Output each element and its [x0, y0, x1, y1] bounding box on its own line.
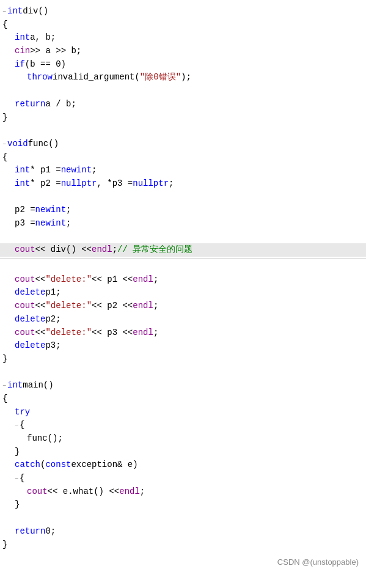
code-token: if [15, 58, 25, 72]
code-line: −{ [0, 419, 366, 432]
code-token: "delete:" [45, 326, 92, 340]
code-token: 0; [45, 525, 56, 538]
code-token: ; [140, 485, 145, 499]
code-token: ; [169, 177, 174, 191]
code-token: << e.what() << [48, 485, 120, 499]
code-token: p2; [45, 313, 60, 326]
code-token: try [15, 406, 30, 419]
code-token: * p1 = [30, 164, 60, 177]
code-token: cout [15, 326, 35, 340]
code-token: "除0错误" [140, 71, 181, 84]
code-token: delete [15, 313, 45, 326]
code-token: endl [133, 300, 153, 313]
code-token: int [76, 164, 92, 177]
code-line: } [0, 353, 366, 366]
code-line: −int div() [0, 5, 366, 18]
code-line: if (b == 0) [0, 58, 366, 72]
code-token: { [20, 472, 24, 485]
code-line: { [0, 392, 366, 406]
code-line: { [0, 18, 366, 32]
fold-indicator[interactable]: − [2, 381, 6, 391]
code-token: main() [23, 379, 53, 392]
code-token: << p2 << [92, 300, 133, 313]
code-token: } [15, 498, 20, 512]
code-token: ; [112, 243, 117, 257]
code-token: { [2, 18, 7, 32]
code-line: int a, b; [0, 31, 366, 45]
code-line: return a / b; [0, 98, 366, 111]
code-token: { [2, 392, 7, 406]
code-token: "delete:" [45, 300, 92, 313]
code-token: return [15, 98, 45, 111]
code-token: int [7, 379, 23, 392]
code-token: int [51, 217, 66, 230]
code-line [0, 230, 366, 244]
code-line: cout << div() << endl; // 异常安全的问题 [0, 243, 366, 257]
code-token: div() [23, 5, 48, 18]
code-line: −int main() [0, 379, 366, 392]
code-token: , *p3 = [97, 177, 133, 191]
code-token: new [35, 204, 51, 217]
code-token: (b == 0) [25, 58, 66, 72]
code-token: throw [27, 71, 53, 84]
code-token: void [7, 138, 28, 151]
code-token: a / b; [45, 98, 76, 111]
fold-indicator[interactable]: − [15, 474, 18, 484]
code-token: catch [15, 458, 40, 472]
code-token: int [15, 177, 30, 191]
code-line [0, 191, 366, 204]
code-line: cout << "delete:" << p3 << endl; [0, 326, 366, 340]
code-token: << [35, 326, 46, 340]
code-line [0, 512, 366, 525]
fold-indicator[interactable]: − [2, 140, 6, 150]
code-token: endl [133, 326, 153, 340]
fold-indicator[interactable]: − [2, 7, 6, 17]
code-token: endl [133, 273, 153, 287]
code-token: cout [27, 485, 48, 499]
code-token: p3 = [15, 217, 35, 230]
code-token: func() [28, 138, 59, 151]
code-line: p2 = new int; [0, 204, 366, 217]
code-token: << p3 << [92, 326, 133, 340]
code-token: nullptr [133, 177, 169, 191]
code-token: int [15, 31, 30, 45]
code-token: } [2, 111, 7, 125]
section-divider [0, 258, 366, 259]
code-line: p3 = new int; [0, 217, 366, 230]
code-token: { [20, 419, 24, 432]
code-token: ; [66, 204, 71, 217]
code-token: a, b; [30, 31, 56, 45]
code-container: −int div(){int a, b;cin >> a >> b;if (b … [0, 0, 366, 576]
code-token: } [15, 446, 20, 459]
code-token: { [2, 151, 7, 164]
code-line: func(); [0, 432, 366, 446]
code-token: endl [92, 243, 112, 257]
code-line: } [0, 446, 366, 459]
code-token: nullptr [61, 177, 97, 191]
code-token: cout [15, 243, 35, 257]
code-token: new [35, 217, 51, 230]
code-token: delete [15, 286, 45, 300]
code-line: delete p1; [0, 286, 366, 300]
code-line: } [0, 111, 366, 125]
code-token: new [61, 164, 76, 177]
code-token: << [35, 273, 46, 287]
code-line: cout << e.what() << endl; [0, 485, 366, 499]
code-token: ; [153, 300, 158, 313]
code-token: p1; [45, 286, 60, 300]
code-token: int [15, 164, 30, 177]
code-token: << [35, 300, 46, 313]
code-line [0, 124, 366, 138]
code-token: * p2 = [30, 177, 60, 191]
code-token: endl [119, 485, 140, 499]
code-line: throw invalid_argument("除0错误"); [0, 71, 366, 84]
fold-indicator[interactable]: − [15, 421, 18, 431]
code-token: ); [181, 71, 191, 84]
code-token: ( [40, 458, 45, 472]
code-token: << div() << [35, 243, 92, 257]
code-token: cout [15, 300, 35, 313]
code-token: const [45, 458, 71, 472]
watermark: CSDN @(unstoppable) [0, 551, 366, 571]
code-line: cin >> a >> b; [0, 45, 366, 58]
code-line: return 0; [0, 525, 366, 538]
